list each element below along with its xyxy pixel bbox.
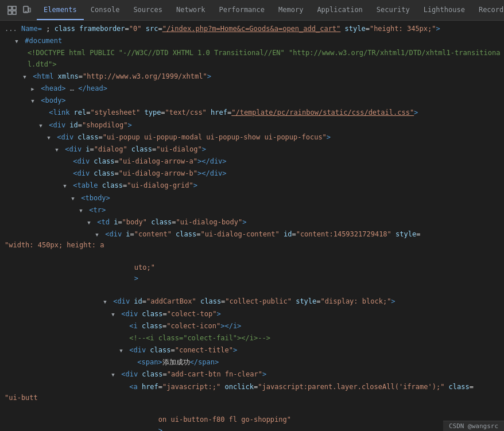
dom-line[interactable]: <div i = "content" class = "ui-dialog-co…: [0, 228, 504, 296]
svg-rect-5: [29, 8, 30, 12]
triangle-dialog[interactable]: [53, 144, 61, 155]
dom-line[interactable]: <body>: [0, 95, 504, 107]
elements-panel: ... Name= ; class frameborder = "0" src …: [0, 21, 504, 431]
dom-line[interactable]: <div class = "add-cart-btn fn-clear" >: [0, 368, 504, 380]
triangle-body[interactable]: [29, 95, 37, 106]
tab-elements[interactable]: Elements: [37, 0, 84, 20]
triangle-table[interactable]: [61, 180, 69, 191]
triangle-popup[interactable]: [45, 132, 53, 143]
dom-line[interactable]: <div class = "ui-dialog-arrow-b" ></div>: [0, 168, 504, 180]
dom-line[interactable]: <div class = "colect-top" >: [0, 308, 504, 320]
dom-line[interactable]: <div i = "dialog" class = "ui-dialog" >: [0, 143, 504, 156]
tab-memory[interactable]: Memory: [272, 0, 310, 20]
triangle-html[interactable]: [21, 71, 29, 82]
status-text: CSDN @wangsrc: [449, 422, 498, 430]
dom-line[interactable]: <div class = "ui-popup ui-popup-modal ui…: [0, 131, 504, 143]
dom-line[interactable]: <div class = "conect-title" >: [0, 344, 504, 356]
tab-network[interactable]: Network: [169, 0, 212, 20]
dom-line[interactable]: ... Name= ; class frameborder = "0" src …: [0, 23, 504, 35]
dom-line[interactable]: <a href = "javascript:;" onclick = "java…: [0, 381, 504, 431]
triangle-shopdilog[interactable]: [37, 120, 45, 131]
triangle-content[interactable]: [93, 229, 101, 240]
devtools-topbar: Elements Console Sources Network Perform…: [0, 0, 504, 21]
expand-dots[interactable]: ...: [5, 24, 17, 34]
triangle-tbody[interactable]: [69, 193, 77, 204]
triangle-colect-top[interactable]: [109, 309, 117, 320]
svg-rect-3: [13, 6, 16, 10]
dom-line[interactable]: <div class = "ui-dialog-arrow-a" ></div>: [0, 156, 504, 168]
dom-line[interactable]: <tr>: [0, 204, 504, 216]
tab-security[interactable]: Security: [370, 0, 417, 20]
dom-tree: ... Name= ; class frameborder = "0" src …: [0, 21, 504, 431]
dom-line[interactable]: <html xmlns = "http://www.w3.org/1999/xh…: [0, 71, 504, 83]
inspect-icon[interactable]: [6, 4, 18, 17]
dom-line[interactable]: <link rel = "stylesheet" type = "text/cs…: [0, 107, 504, 119]
triangle-conect-title[interactable]: [117, 345, 125, 356]
dom-line[interactable]: <table class = "ui-dialog-grid" >: [0, 180, 504, 192]
triangle-document[interactable]: [13, 36, 21, 46]
triangle-add-cart-btn[interactable]: [109, 369, 117, 380]
dom-line[interactable]: <!DOCTYPE html PUBLIC "-//W3C//DTD XHTML…: [0, 47, 504, 70]
dom-line[interactable]: <div id = "shopdilog" >: [0, 119, 504, 131]
tab-application[interactable]: Application: [310, 0, 369, 20]
svg-rect-1: [13, 11, 16, 14]
svg-rect-0: [8, 6, 11, 10]
dom-line[interactable]: <!--<i class="colect-fail"></i>-->: [0, 332, 504, 344]
tab-console[interactable]: Console: [84, 0, 127, 20]
triangle-td[interactable]: [85, 217, 93, 228]
tab-lighthouse[interactable]: Lighthouse: [417, 0, 472, 20]
status-bar: CSDN @wangsrc: [443, 421, 504, 431]
tab-recorder[interactable]: Recorder ▲: [472, 0, 504, 20]
triangle-tr[interactable]: [77, 205, 85, 216]
tab-sources[interactable]: Sources: [126, 0, 169, 20]
dom-line[interactable]: #document: [0, 35, 504, 47]
tab-performance[interactable]: Performance: [212, 0, 272, 20]
devtools-tabs: Elements Console Sources Network Perform…: [37, 0, 504, 20]
dom-line[interactable]: <head> … </head>: [0, 83, 504, 95]
triangle-addcartbox[interactable]: [101, 296, 109, 307]
dom-line[interactable]: <tbody>: [0, 192, 504, 204]
topbar-icons: [2, 4, 37, 17]
svg-rect-2: [8, 11, 11, 14]
triangle-head[interactable]: [29, 83, 37, 94]
dom-line[interactable]: <div id = "addCartBox" class = "collect-…: [0, 296, 504, 308]
dom-line[interactable]: <td i = "body" class = "ui-dialog-body" …: [0, 216, 504, 228]
dom-line[interactable]: <i class = "colect-icon" ></i>: [0, 320, 504, 332]
device-icon[interactable]: [21, 4, 33, 17]
dom-line[interactable]: <span> 添加成功 </span>: [0, 356, 504, 368]
